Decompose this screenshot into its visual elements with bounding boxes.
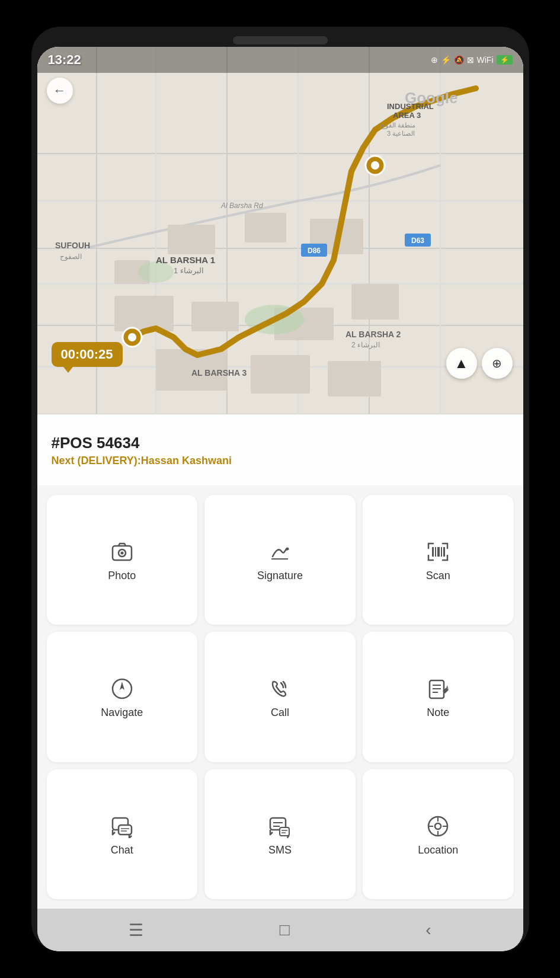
svg-rect-18 — [114, 296, 174, 331]
svg-text:1 البرشاء: 1 البرشاء — [174, 266, 204, 276]
svg-point-28 — [128, 333, 136, 341]
svg-rect-54 — [437, 547, 440, 557]
scan-label: Scan — [426, 570, 450, 582]
svg-rect-55 — [441, 547, 442, 557]
signature-button[interactable]: Signature — [204, 495, 356, 625]
svg-rect-70 — [280, 827, 289, 836]
svg-text:الصفوح: الصفوح — [60, 253, 82, 261]
svg-rect-52 — [432, 547, 434, 557]
call-icon — [268, 677, 292, 701]
svg-text:الصناعية 3: الصناعية 3 — [387, 130, 415, 137]
svg-text:2 البرشاء: 2 البرشاء — [351, 341, 380, 349]
info-strip: #POS 54634 Next (DELIVERY):Hassan Kashwa… — [37, 414, 523, 485]
bottom-nav: ☰ □ ‹ — [37, 909, 523, 951]
svg-text:AL BARSHA 2: AL BARSHA 2 — [345, 330, 401, 339]
svg-rect-24 — [328, 361, 381, 397]
back-nav-icon: ‹ — [425, 921, 431, 939]
note-button[interactable]: Note — [363, 632, 514, 762]
svg-rect-19 — [191, 302, 239, 331]
vibrate-icon: 🔕 — [454, 55, 464, 65]
svg-text:AREA 3: AREA 3 — [393, 111, 421, 120]
location-label: Location — [418, 844, 458, 856]
map-status-bar: 13:22 ⊕ ⚡ 🔕 ⊠ WiFi ⚡ — [37, 47, 523, 73]
back-nav-button[interactable]: ‹ — [414, 916, 443, 944]
home-nav-button[interactable]: □ — [268, 916, 302, 944]
status-icons-group: ⊕ ⚡ 🔕 ⊠ WiFi ⚡ — [431, 55, 513, 65]
camera-icon — [110, 540, 134, 564]
bluetooth-icon: ⚡ — [441, 55, 451, 65]
svg-rect-23 — [251, 355, 310, 394]
svg-rect-15 — [168, 225, 215, 254]
back-button[interactable]: ← — [47, 78, 73, 104]
signature-label: Signature — [257, 570, 303, 582]
svg-point-50 — [120, 552, 123, 555]
chat-label: Chat — [111, 844, 133, 856]
svg-rect-16 — [245, 213, 286, 242]
menu-nav-button[interactable]: ☰ — [117, 916, 155, 945]
svg-rect-64 — [119, 825, 132, 835]
status-time: 13:22 — [48, 52, 81, 68]
phone-screen: D86 D63 SUFOUH الصفوح AL BARSHA 1 1 البر… — [37, 47, 523, 951]
order-id: #POS 54634 — [52, 434, 509, 452]
compass-button[interactable]: ▲ — [446, 348, 477, 379]
menu-icon: ☰ — [129, 921, 143, 939]
scan-icon — [426, 540, 450, 564]
signature-icon — [268, 540, 292, 564]
actions-grid: Photo Signature — [37, 485, 523, 909]
chat-icon — [110, 814, 134, 838]
scan-button[interactable]: Scan — [363, 495, 514, 625]
sms-label: SMS — [268, 844, 292, 856]
svg-text:AL BARSHA 1: AL BARSHA 1 — [156, 255, 215, 265]
sms-button[interactable]: SMS — [204, 769, 356, 899]
svg-point-30 — [371, 161, 379, 170]
next-delivery: Next (DELIVERY):Hassan Kashwani — [52, 455, 509, 467]
map-section: D86 D63 SUFOUH الصفوح AL BARSHA 1 1 البر… — [37, 47, 523, 485]
svg-rect-56 — [443, 547, 445, 557]
timer-bubble: 00:00:25 — [52, 342, 123, 367]
navigate-icon — [110, 677, 134, 701]
timer-value: 00:00:25 — [61, 347, 113, 362]
note-label: Note — [427, 707, 449, 719]
location-center-button[interactable]: ⊕ — [482, 348, 513, 379]
svg-text:Google: Google — [405, 89, 458, 107]
svg-text:D86: D86 — [307, 247, 320, 255]
svg-point-74 — [435, 823, 441, 829]
svg-text:SUFOUH: SUFOUH — [55, 241, 90, 250]
phone-outer: D86 D63 SUFOUH الصفوح AL BARSHA 1 1 البر… — [31, 27, 529, 951]
call-label: Call — [271, 707, 289, 719]
home-icon: □ — [280, 921, 290, 939]
back-arrow-icon: ← — [53, 83, 66, 98]
navigate-label: Navigate — [101, 707, 143, 719]
location-icon: ⊕ — [431, 55, 438, 65]
speaker-bar — [233, 36, 328, 44]
screenshot-icon: ⊠ — [467, 55, 474, 65]
navigate-button[interactable]: Navigate — [47, 632, 198, 762]
svg-text:Al Barsha Rd: Al Barsha Rd — [220, 202, 263, 210]
svg-rect-53 — [435, 547, 436, 557]
chat-button[interactable]: Chat — [47, 769, 198, 899]
svg-rect-21 — [351, 284, 399, 319]
location-button[interactable]: Location — [363, 769, 514, 899]
map-controls: ▲ ⊕ — [446, 348, 513, 379]
note-icon — [426, 677, 450, 701]
wifi-icon: WiFi — [477, 55, 494, 65]
photo-label: Photo — [108, 570, 136, 582]
sms-icon — [268, 814, 292, 838]
svg-marker-58 — [120, 682, 124, 690]
svg-text:منطقة القوع: منطقة القوع — [381, 122, 415, 129]
call-button[interactable]: Call — [204, 632, 356, 762]
photo-button[interactable]: Photo — [47, 495, 198, 625]
location-icon — [426, 814, 450, 838]
svg-text:AL BARSHA 3: AL BARSHA 3 — [191, 368, 247, 378]
battery-icon: ⚡ — [497, 55, 513, 65]
svg-text:D63: D63 — [411, 236, 424, 245]
